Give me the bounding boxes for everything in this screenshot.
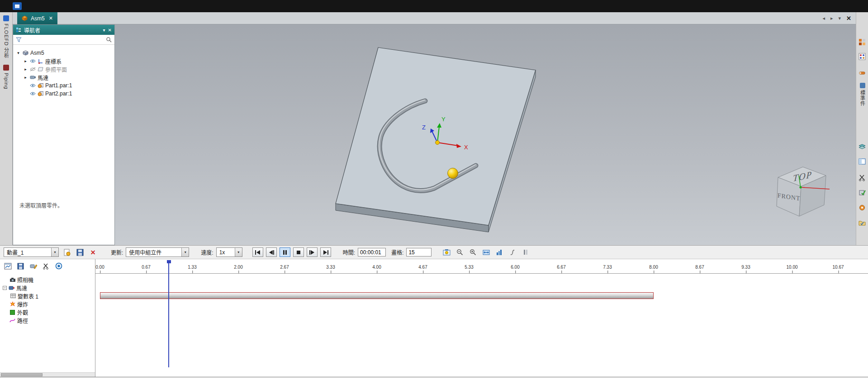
filter-funnel-icon[interactable] [16,37,22,43]
ruler-tick: 0.67 [142,265,150,270]
chevron-down-icon: ▾ [235,248,242,256]
tree-label: 座標系 [45,57,62,65]
edit-definition-icon[interactable] [28,261,38,271]
scissors-icon[interactable] [858,173,867,182]
timeline-row-motor[interactable]: 馬達 [0,284,95,292]
cut-icon[interactable] [41,261,51,271]
tree-row-asm5[interactable]: ▾ Asm5 [13,49,114,57]
tree-label: Part1.par:1 [45,82,72,89]
close-icon[interactable]: ✕ [49,15,53,21]
speed-select[interactable]: 1x ▾ [216,247,242,257]
time-input[interactable] [358,248,386,256]
frame-input[interactable] [406,248,432,256]
tab-label: Asm5 [31,15,45,22]
tree-row-coordinate-systems[interactable]: ▸ 座標系 [13,57,114,65]
timeline-row-appearance[interactable]: 外觀 [0,308,95,316]
horizontal-scrollbar[interactable] [0,372,95,377]
ruler-tick: 4.00 [372,265,381,270]
skip-end-button[interactable] [320,247,331,257]
pause-button[interactable] [280,247,290,257]
display-panel-icon[interactable] [858,157,867,166]
ruler-tick: 10.00 [786,265,797,270]
dock-tab-floefd[interactable]: FLOEFD 分析 [0,12,12,62]
timeline-tree: 照相機 馬達 變數表 1 爆炸 [0,276,95,324]
step-back-button[interactable] [266,247,277,257]
close-icon[interactable]: ✕ [108,28,112,33]
save-animation-icon[interactable] [75,247,85,257]
timeline-tracks[interactable] [95,274,868,377]
save-icon[interactable] [15,261,26,271]
app-icon[interactable] [13,2,22,10]
expander-icon[interactable]: ▸ [23,75,28,80]
timeline-ruler[interactable]: 0.00 0.67 1.33 2.00 2.67 3.33 4.00 4.67 … [95,259,868,274]
chart-window-icon[interactable] [3,261,13,271]
layers-icon[interactable] [858,142,867,152]
snapshot-icon[interactable] [441,247,452,257]
folder-check-icon[interactable] [858,218,867,228]
view-cube[interactable]: TOP FRONT [777,167,830,216]
playhead-line[interactable] [168,263,169,367]
animation-select[interactable]: 動畫_1 ▾ [4,247,59,257]
scroll-left-icon[interactable]: ◂ [823,15,825,21]
delete-animation-icon[interactable]: ✕ [88,247,98,257]
gear-icon[interactable] [858,203,867,212]
s-curve-icon[interactable] [507,247,517,257]
tree-row-motor[interactable]: ▸ 馬達 [13,73,114,81]
tree-label: 變數表 1 [18,292,38,300]
scroll-right-icon[interactable]: ▸ [830,15,833,21]
base-plate[interactable] [336,48,536,232]
dock-tab-piping[interactable]: Piping [0,62,12,93]
zoom-in-icon[interactable] [468,247,478,257]
stop-button[interactable] [293,247,304,257]
record-icon[interactable] [53,261,64,271]
cube-check-icon[interactable] [858,188,867,197]
animation-track-bar[interactable] [100,292,654,299]
eye-icon[interactable] [30,59,36,63]
path-icon [9,318,15,323]
scrollbar-thumb[interactable] [1,373,43,376]
navigator-header[interactable]: 導航者 ▾ ✕ [13,25,114,35]
timeline-row-camera[interactable]: 照相機 [0,276,95,284]
wrench-icon[interactable] [858,68,867,77]
chart-icon[interactable] [494,247,504,257]
zoom-out-icon[interactable] [455,247,465,257]
timeline-row-explode[interactable]: 爆炸 [0,300,95,308]
animation-select-value: 動畫_1 [7,248,24,256]
ruler-tick: 9.33 [741,265,750,270]
update-label: 更新: [111,248,123,256]
chevron-down-icon: ▾ [51,248,58,256]
tree-row-reference-planes[interactable]: ▸ 參照平面 [13,65,114,73]
tree-row-part1[interactable]: Part1.par:1 [13,81,114,90]
sensor-grid-icon[interactable] [858,52,867,61]
colors-grid-icon[interactable] [858,38,867,47]
fit-timeline-icon[interactable] [481,247,491,257]
tab-list-icon[interactable]: ▾ [839,15,841,21]
timeline-body: 照相機 馬達 變數表 1 爆炸 [0,274,868,377]
eye-off-icon[interactable] [30,67,36,71]
piping-icon [3,65,9,71]
timeline-row-path[interactable]: 路徑 [0,316,95,324]
update-select[interactable]: 使用中組立件 ▾ [126,247,189,257]
eye-icon[interactable] [30,91,36,96]
pin-icon[interactable]: ▾ [103,28,105,33]
search-icon[interactable] [106,37,112,43]
graphics-viewport[interactable]: X Y Z TOP FRONT [115,24,856,245]
tree-row-part2[interactable]: Part2.par:1 [13,90,114,98]
cube-origin-dot [799,186,802,188]
expander-icon[interactable]: ▸ [23,67,28,71]
collapse-icon[interactable] [3,286,7,290]
tab-asm5[interactable]: Asm5 ✕ [17,12,57,24]
dock-tab-standard-parts[interactable]: 標準件 [856,83,868,106]
document-tab-bar: Asm5 ✕ ◂ ▸ ▾ ✕ [13,12,856,24]
step-forward-button[interactable] [307,247,318,257]
timeline-row-variable-table[interactable]: 變數表 1 [0,292,95,300]
animation-properties-icon[interactable] [62,247,72,257]
expander-icon[interactable]: ▾ [16,51,21,55]
interval-icon[interactable] [520,247,531,257]
skip-start-button[interactable] [252,247,263,257]
expander-icon[interactable]: ▸ [23,59,28,63]
tree-label: 馬達 [38,74,48,81]
eye-icon[interactable] [30,83,36,88]
close-document-icon[interactable]: ✕ [846,15,851,22]
ball-part[interactable] [448,168,458,179]
